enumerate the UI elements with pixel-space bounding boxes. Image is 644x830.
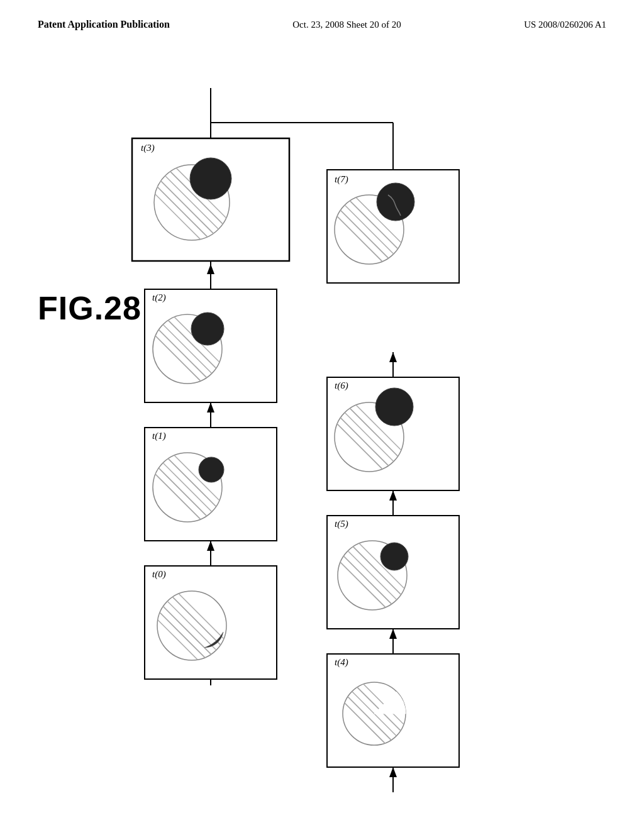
svg-marker-93 <box>389 490 397 501</box>
svg-text:t(5): t(5) <box>335 519 348 529</box>
svg-point-121 <box>377 183 414 221</box>
svg-text:t(0): t(0) <box>152 569 166 580</box>
svg-text:t(3): t(3) <box>141 143 155 153</box>
svg-text:t(2): t(2) <box>152 292 166 303</box>
svg-marker-45 <box>207 264 214 274</box>
svg-text:t(7): t(7) <box>335 174 348 185</box>
svg-marker-108 <box>389 352 397 362</box>
svg-marker-15 <box>207 541 214 551</box>
publication-type: Patent Application Publication <box>38 19 170 30</box>
figure-28-diagram: t(0) t(1) <box>94 88 553 811</box>
svg-text:t(1): t(1) <box>152 431 166 441</box>
svg-marker-78 <box>389 629 397 639</box>
svg-point-106 <box>375 388 413 426</box>
publication-number: US 2008/0260206 A1 <box>524 19 606 30</box>
svg-point-28 <box>199 457 224 482</box>
svg-text:t(6): t(6) <box>335 380 348 391</box>
publication-date-sheet: Oct. 23, 2008 Sheet 20 of 20 <box>292 19 401 30</box>
svg-point-59 <box>190 158 231 199</box>
svg-marker-76 <box>389 767 397 777</box>
page-header: Patent Application Publication Oct. 23, … <box>0 0 644 36</box>
svg-point-91 <box>380 543 408 570</box>
svg-text:t(4): t(4) <box>335 657 348 668</box>
svg-point-43 <box>191 313 224 345</box>
svg-marker-30 <box>207 402 214 412</box>
